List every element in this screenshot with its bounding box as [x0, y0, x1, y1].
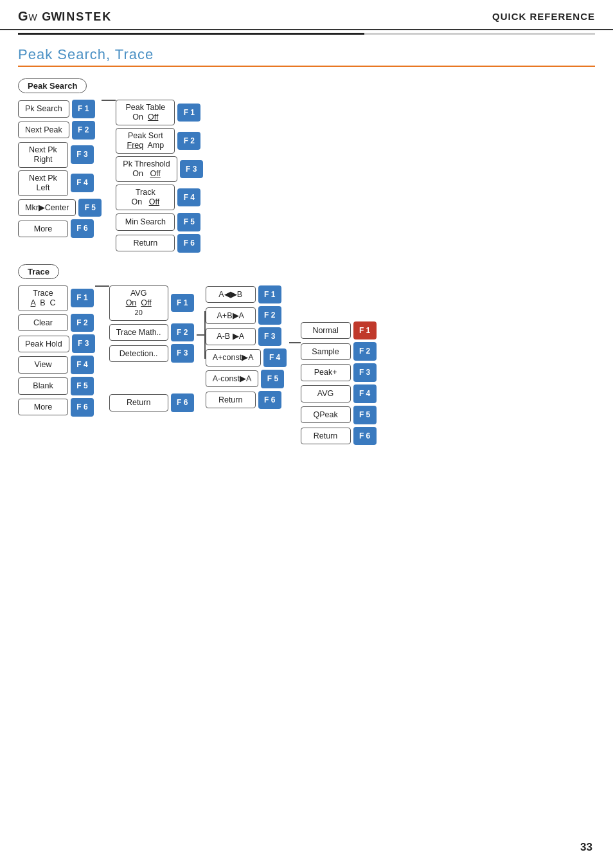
- more-trace-item[interactable]: More: [18, 399, 68, 415]
- fkey-sample[interactable]: F 2: [353, 342, 377, 361]
- a-copy-b-item[interactable]: A◀▶B: [206, 286, 256, 303]
- fkey-amc-a[interactable]: F 5: [261, 370, 284, 388]
- logo-gw: GW: [18, 9, 42, 23]
- bracket-connector: [197, 311, 206, 359]
- normal-item[interactable]: Normal: [301, 322, 351, 339]
- fkey-normal[interactable]: F 1: [353, 321, 377, 340]
- fkey-amb-a[interactable]: F 3: [258, 327, 281, 346]
- avg-det-item[interactable]: AVG: [301, 385, 351, 402]
- clear-item[interactable]: Clear: [18, 314, 68, 331]
- table-row: Sample F 2: [301, 342, 377, 361]
- next-peak-item[interactable]: Next Peak: [18, 122, 69, 138]
- trace-connector3: [289, 285, 301, 343]
- table-row: A-const▶A F 5: [206, 370, 287, 388]
- table-row: Return F 6: [206, 391, 287, 410]
- bracket-lines: [197, 311, 206, 359]
- fkey-detection[interactable]: F 3: [171, 344, 194, 363]
- peak-sort-item[interactable]: Peak SortFreq Amp: [116, 128, 175, 154]
- connector-line: [102, 100, 116, 101]
- pk-search-item[interactable]: Pk Search: [18, 100, 69, 117]
- trace-math-item[interactable]: Trace Math..: [109, 324, 168, 341]
- bracket-v: [197, 311, 206, 359]
- next-pk-right-item[interactable]: Next PkRight: [18, 142, 68, 168]
- return-ps-item[interactable]: Return: [116, 235, 175, 251]
- peak-search-section: Peak Search Pk Search F 1 Next Peak F 2 …: [18, 78, 595, 253]
- table-row: Min Search F 5: [116, 213, 202, 231]
- next-pk-left-item[interactable]: Next PkLeft: [18, 170, 68, 196]
- fkey-peak-sort[interactable]: F 2: [177, 132, 200, 150]
- min-search-item[interactable]: Min Search: [116, 213, 175, 230]
- fkey-mkr-center[interactable]: F 5: [78, 199, 102, 217]
- fkey-peak-plus[interactable]: F 3: [353, 363, 377, 382]
- fkey-return-ps[interactable]: F 6: [177, 234, 200, 253]
- table-row: TrackOn Off F 4: [116, 185, 202, 210]
- fkey-blank[interactable]: F 5: [71, 377, 94, 395]
- fkey-more-trace[interactable]: F 6: [71, 398, 94, 417]
- table-row: A◀▶B F 1: [206, 285, 287, 304]
- fkey-trace-math[interactable]: F 2: [171, 323, 194, 342]
- fkey-pk-threshold[interactable]: F 3: [180, 160, 203, 179]
- amb-a-item[interactable]: A-B ▶A: [206, 328, 256, 345]
- page-title: Peak Search, Trace: [0, 35, 613, 63]
- fkey-qpeak[interactable]: F 5: [353, 406, 377, 424]
- fkey-return-col3[interactable]: F 6: [258, 391, 281, 410]
- apb-a-item[interactable]: A+B▶A: [206, 307, 256, 324]
- fkey-next-pk-right[interactable]: F 3: [71, 145, 94, 164]
- fkey-trace-abc[interactable]: F 1: [71, 289, 94, 307]
- apc-a-item[interactable]: A+const▶A: [206, 349, 261, 366]
- blank-item[interactable]: Blank: [18, 377, 68, 394]
- amc-a-item[interactable]: A-const▶A: [206, 370, 259, 387]
- fkey-view[interactable]: F 4: [71, 356, 94, 374]
- qpeak-item[interactable]: QPeak: [301, 406, 351, 423]
- fkey-avg-det[interactable]: F 4: [353, 384, 377, 403]
- fkey-apc-a[interactable]: F 4: [263, 348, 287, 367]
- table-row: AVGOn Off20 F 1: [109, 285, 194, 321]
- peak-plus-item[interactable]: Peak+: [301, 364, 351, 381]
- fkey-pk-search[interactable]: F 1: [72, 100, 95, 118]
- table-row: Return F 6: [109, 393, 194, 412]
- avg-item[interactable]: AVGOn Off20: [109, 285, 168, 321]
- fkey-peak-table[interactable]: F 1: [177, 104, 200, 122]
- table-row: A+const▶A F 4: [206, 348, 287, 367]
- table-row: AVG F 4: [301, 384, 377, 403]
- connector-line: [95, 285, 109, 287]
- title-underline: [18, 66, 595, 67]
- detection-item[interactable]: Detection..: [109, 345, 168, 362]
- table-row: Blank F 5: [18, 377, 95, 395]
- fkey-min-search[interactable]: F 5: [177, 213, 200, 231]
- table-row: Peak TableOn Off F 1: [116, 100, 202, 125]
- table-row: Clear F 2: [18, 314, 95, 332]
- trace-abc-item[interactable]: TraceA B C: [18, 285, 68, 311]
- peak-table-item[interactable]: Peak TableOn Off: [116, 100, 175, 125]
- table-row: Pk Search F 1: [18, 100, 102, 118]
- trace-col2: AVGOn Off20 F 1 Trace Math.. F 2 Detecti…: [109, 285, 194, 412]
- peak-search-col2: Peak TableOn Off F 1 Peak SortFreq Amp F…: [116, 100, 202, 253]
- return-trace2-item[interactable]: Return: [109, 394, 168, 411]
- connector-line: [289, 342, 301, 343]
- fkey-next-peak[interactable]: F 2: [72, 121, 95, 140]
- quick-reference-label: QUICK REFERENCE: [492, 11, 595, 22]
- view-item[interactable]: View: [18, 356, 68, 373]
- return-col4-item[interactable]: Return: [301, 428, 351, 444]
- return-col3-item[interactable]: Return: [206, 392, 256, 408]
- fkey-more-ps[interactable]: F 6: [71, 219, 94, 238]
- fkey-a-copy-b[interactable]: F 1: [258, 285, 281, 304]
- fkey-peak-hold[interactable]: F 3: [72, 334, 95, 353]
- fkey-track[interactable]: F 4: [177, 188, 200, 207]
- fkey-return-col4[interactable]: F 6: [353, 427, 377, 446]
- fkey-return-trace2[interactable]: F 6: [171, 393, 194, 412]
- fkey-next-pk-left[interactable]: F 4: [71, 174, 94, 192]
- fkey-avg[interactable]: F 1: [171, 294, 194, 312]
- pk-threshold-item[interactable]: Pk ThresholdOn Off: [116, 156, 177, 182]
- table-row: Detection.. F 3: [109, 344, 194, 363]
- fkey-apb-a[interactable]: F 2: [258, 306, 281, 325]
- trace-col4: Normal F 1 Sample F 2 Peak+ F 3 AVG F 4 …: [301, 321, 377, 446]
- header: GW GW INSTEK GWINSTEK QUICK REFERENCE: [0, 0, 613, 30]
- mkr-center-item[interactable]: Mkr▶Center: [18, 199, 76, 216]
- sample-item[interactable]: Sample: [301, 343, 351, 360]
- peak-search-col1: Pk Search F 1 Next Peak F 2 Next PkRight…: [18, 100, 102, 238]
- fkey-clear[interactable]: F 2: [71, 314, 94, 332]
- more-ps-item[interactable]: More: [18, 221, 68, 237]
- track-item[interactable]: TrackOn Off: [116, 185, 175, 210]
- peak-hold-item[interactable]: Peak Hold: [18, 336, 69, 352]
